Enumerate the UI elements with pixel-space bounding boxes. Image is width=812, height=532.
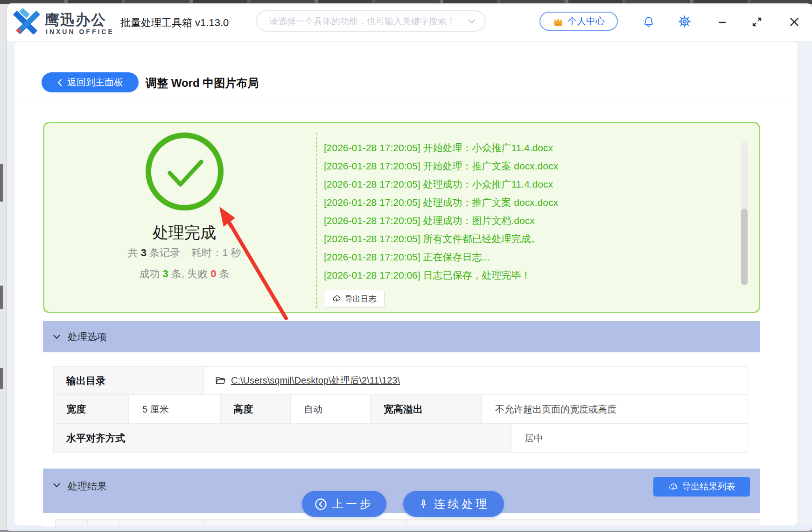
log-line: [2026-01-28 17:20:05] 正在保存日志...	[324, 248, 716, 266]
log-line: [2026-01-28 17:20:05] 处理成功：图片文档.docx	[324, 211, 716, 230]
width-value-cell: 5 厘米	[129, 395, 220, 424]
table-header-cell	[55, 519, 88, 526]
desktop-fragment	[0, 286, 3, 309]
export-results-button[interactable]: 导出结果列表	[653, 477, 750, 497]
align-value-cell: 居中	[511, 424, 748, 453]
log-line: [2026-01-28 17:20:05] 处理成功：推广文案 docx.doc…	[324, 193, 716, 211]
rocket-icon	[418, 498, 429, 510]
minimize-icon	[716, 16, 728, 28]
chevron-down-icon	[53, 483, 60, 488]
cloud-download-icon	[332, 295, 341, 302]
export-log-button[interactable]: 导出日志	[324, 290, 385, 308]
search-input[interactable]	[268, 12, 457, 31]
back-to-dashboard-button[interactable]: 返回到主面板	[42, 72, 139, 92]
log-line: [2026-01-28 17:20:05] 所有文件都已经处理完成。	[324, 230, 716, 248]
minimize-button[interactable]	[714, 16, 730, 28]
desktop-fragment	[0, 164, 3, 202]
divider	[22, 104, 790, 104]
bell-icon	[643, 16, 655, 28]
log-line: [2026-01-28 17:20:06] 日志已保存，处理完毕！	[324, 266, 716, 284]
section-header-options[interactable]: 处理选项	[43, 321, 760, 352]
back-button-label: 返回到主面板	[67, 76, 123, 89]
screen: 鹰迅办公 INXUN OFFICE 批量处理工具箱 v1.13.0 个人中心	[0, 0, 812, 532]
chevron-left-icon	[57, 78, 63, 87]
options-section-title: 处理选项	[68, 330, 107, 343]
brand-name-cn: 鹰迅办公	[45, 10, 106, 30]
overflow-value-cell: 不允许超出页面的宽度或高度	[482, 395, 748, 424]
stats-line-result: 成功 3 条, 失败 0 条	[84, 267, 285, 281]
notifications-button[interactable]	[641, 14, 656, 29]
total-count: 3	[141, 247, 147, 259]
crown-icon	[553, 16, 564, 27]
output-dir-label-cell: 输出目录	[53, 366, 204, 395]
width-label-cell: 宽度	[53, 395, 129, 424]
app-logo-icon	[12, 8, 41, 35]
table-header-cell	[204, 519, 406, 526]
log-line: [2026-01-28 17:20:05] 处理成功：小众推广11.4.docx	[324, 175, 716, 193]
results-table-cropped	[43, 519, 760, 526]
output-dir-link[interactable]: C:\Users\sqmil\Desktop\处理后\2\11\123\	[231, 374, 400, 387]
table-header-cell	[120, 519, 204, 526]
close-button[interactable]	[787, 14, 802, 29]
previous-step-label: 上一步	[332, 497, 374, 511]
stats-line-total: 共 3 条记录 耗时：1 秒	[84, 246, 285, 260]
user-center-label: 个人中心	[567, 15, 605, 28]
log-line: [2026-01-28 17:20:05] 开始处理：小众推广11.4.docx	[324, 139, 716, 157]
desktop-fragment	[0, 368, 3, 389]
chevron-down-icon	[468, 19, 476, 24]
table-header-cell	[88, 519, 120, 526]
close-icon	[788, 15, 801, 28]
log-list: [2026-01-28 17:20:05] 开始处理：小众推广11.4.docx…	[324, 139, 716, 284]
previous-step-button[interactable]: 上一步	[302, 491, 386, 517]
circle-chevron-left-icon	[315, 498, 327, 511]
brand-name-en: INXUN OFFICE	[46, 28, 114, 35]
fail-count: 0	[210, 268, 216, 280]
continue-processing-button[interactable]: 连续处理	[403, 491, 504, 517]
log-divider	[316, 133, 317, 308]
continue-processing-label: 连续处理	[434, 497, 490, 511]
app-title: 批量处理工具箱 v1.13.0	[120, 16, 229, 30]
align-label-cell: 水平对齐方式	[53, 424, 511, 453]
maximize-icon	[751, 16, 763, 28]
results-section-title: 处理结果	[68, 480, 107, 493]
chevron-down-icon	[53, 335, 60, 339]
function-search-box[interactable]	[256, 10, 486, 32]
overflow-label-cell: 宽高溢出	[371, 395, 482, 424]
export-log-label: 导出日志	[345, 294, 377, 304]
settings-button[interactable]	[677, 14, 692, 29]
maximize-button[interactable]	[749, 14, 764, 29]
user-center-button[interactable]: 个人中心	[539, 12, 618, 31]
export-results-label: 导出结果列表	[682, 481, 735, 493]
height-label-cell: 高度	[220, 395, 290, 424]
output-dir-value-cell: C:\Users\sqmil\Desktop\处理后\2\11\123\	[204, 366, 748, 395]
page-title: 调整 Word 中图片布局	[146, 76, 259, 91]
success-count: 3	[163, 268, 168, 280]
table-header-cell	[406, 519, 760, 526]
height-value-cell: 自动	[290, 395, 371, 424]
status-title: 处理完成	[117, 222, 252, 244]
cloud-download-icon	[668, 483, 678, 491]
log-scrollbar-thumb[interactable]	[741, 209, 748, 285]
folder-icon	[215, 376, 226, 385]
section-header-results[interactable]: 处理结果	[43, 469, 760, 513]
log-line: [2026-01-28 17:20:05] 开始处理：推广文案 docx.doc…	[324, 157, 716, 175]
elapsed-time: 耗时：1 秒	[191, 247, 241, 259]
gear-icon	[678, 15, 691, 28]
success-check-icon	[143, 130, 226, 213]
